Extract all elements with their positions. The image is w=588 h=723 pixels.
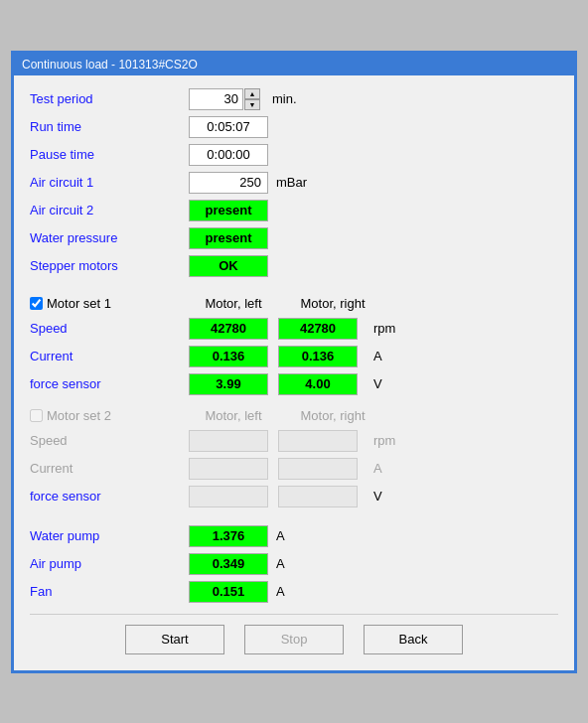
stepper-motors-row: Stepper motors OK [30,252,558,280]
fan-row: Fan 0.151 A [30,578,558,606]
motor-set1-col-right: Motor, right [288,296,377,311]
back-button[interactable]: Back [364,625,463,654]
spinner-up-button[interactable]: ▲ [244,88,260,99]
buttons-row: Start Stop Back [30,614,558,658]
start-button[interactable]: Start [125,625,224,654]
motor-set1-current-unit: A [373,349,382,363]
fan-value: 0.151 [189,581,268,603]
title-bar: Continuous load - 101313#CS2O [14,54,574,75]
water-pump-label: Water pump [30,528,189,543]
motor-set2-current-left [189,458,268,480]
motor-set1-checkbox-label: Motor set 1 [30,296,189,311]
motor-set2-col-right: Motor, right [288,408,377,423]
main-window: Continuous load - 101313#CS2O Test perio… [11,51,577,673]
pause-time-row: Pause time 0:00:00 [30,141,558,169]
air-pump-unit: A [276,556,285,571]
air-pump-row: Air pump 0.349 A [30,550,558,578]
water-pressure-value: present [189,227,268,249]
water-pump-value: 1.376 [189,525,268,547]
air-circuit2-value: present [189,200,268,221]
motor-set2-force-row: force sensor V [30,483,558,510]
air-pump-label: Air pump [30,556,189,571]
motor-set2-speed-left [189,430,268,452]
test-period-unit: min. [272,91,297,106]
motor-set2-force-right [278,486,358,507]
motor-set2-label: Motor set 2 [47,408,111,423]
motor-set2-current-unit: A [373,461,382,476]
motor-set1-current-right: 0.136 [278,346,358,367]
motor-set1-force-right: 4.00 [278,373,358,395]
motor-set1-speed-left: 42780 [189,318,268,340]
motor-set2-force-label: force sensor [30,489,189,504]
stepper-motors-label: Stepper motors [30,258,189,273]
motor-set1-force-row: force sensor 3.99 4.00 V [30,370,558,398]
air-circuit2-label: Air circuit 2 [30,203,189,217]
motor-set1-col-left: Motor, left [189,296,278,311]
test-period-label: Test period [30,91,189,106]
motor-set1-label: Motor set 1 [47,296,111,311]
motor-set2-checkbox-label: Motor set 2 [30,408,189,423]
motor-set2-current-label: Current [30,461,189,476]
motor-set2-speed-row: Speed rpm [30,427,558,455]
air-circuit1-value: 250 [189,172,268,194]
motor-set1-current-row: Current 0.136 0.136 A [30,343,558,370]
stepper-motors-value: OK [189,255,268,277]
motor-set1-current-left: 0.136 [189,346,268,367]
pause-time-value: 0:00:00 [189,144,268,166]
motor-set1-speed-unit: rpm [373,321,395,336]
motor-set2-header: Motor set 2 Motor, left Motor, right [30,404,558,427]
motor-set1-current-label: Current [30,349,189,363]
motor-set2-force-unit: V [373,489,382,504]
water-pressure-label: Water pressure [30,230,189,245]
motor-set1-force-unit: V [373,376,382,391]
window-title: Continuous load - 101313#CS2O [22,58,198,72]
water-pressure-row: Water pressure present [30,224,558,252]
motor-set1-speed-right: 42780 [278,318,358,340]
motor-set2-checkbox[interactable] [30,409,43,422]
test-period-row: Test period ▲ ▼ min. [30,85,558,113]
motor-set1-force-label: force sensor [30,376,189,391]
water-pump-row: Water pump 1.376 A [30,522,558,550]
motor-set2-col-left: Motor, left [189,408,278,423]
run-time-row: Run time 0:05:07 [30,113,558,141]
air-circuit1-row: Air circuit 1 250 mBar [30,169,558,197]
motor-set1-force-left: 3.99 [189,373,268,395]
motor-set1-header: Motor set 1 Motor, left Motor, right [30,292,558,315]
motor-set2-current-row: Current A [30,455,558,483]
fan-unit: A [276,584,285,599]
motor-set1-speed-label: Speed [30,321,189,336]
test-period-spinner: ▲ ▼ [244,88,260,110]
spinner-down-button[interactable]: ▼ [244,99,260,110]
motor-set2-speed-label: Speed [30,433,189,448]
motor-set1-speed-row: Speed 42780 42780 rpm [30,315,558,343]
pause-time-label: Pause time [30,147,189,162]
motor-set2-speed-unit: rpm [373,433,395,448]
air-pump-value: 0.349 [189,553,268,575]
motor-set2-speed-right [278,430,358,452]
run-time-value: 0:05:07 [189,116,268,138]
motor-set1-checkbox[interactable] [30,297,43,310]
run-time-label: Run time [30,119,189,134]
fan-label: Fan [30,584,189,599]
test-period-input[interactable] [189,88,243,110]
air-circuit2-row: Air circuit 2 present [30,197,558,224]
motor-set2-force-left [189,486,268,507]
water-pump-unit: A [276,528,285,543]
air-circuit1-label: Air circuit 1 [30,175,189,190]
motor-set2-current-right [278,458,358,480]
content-area: Test period ▲ ▼ min. Run time 0:05:07 Pa… [14,75,574,670]
stop-button[interactable]: Stop [244,625,344,654]
air-circuit1-unit: mBar [276,175,307,190]
